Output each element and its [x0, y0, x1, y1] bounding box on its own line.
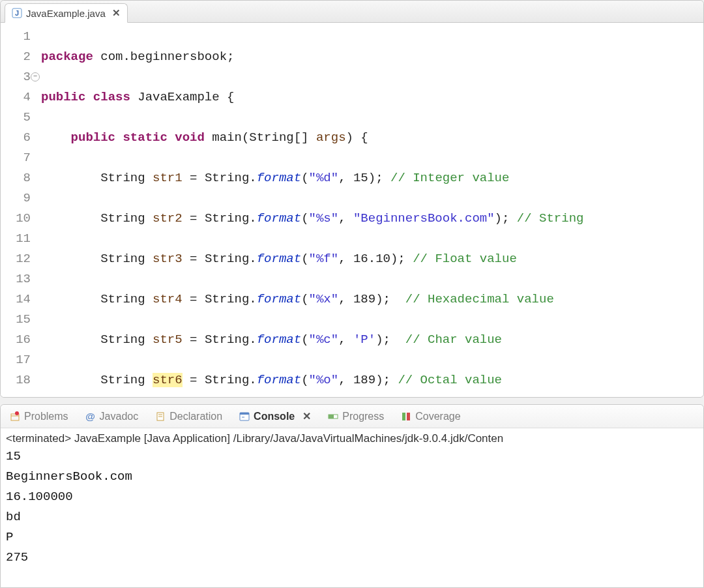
- svg-rect-14: [407, 413, 410, 420]
- console-icon: [239, 411, 250, 422]
- tab-problems[interactable]: Problems: [8, 409, 70, 424]
- tab-coverage[interactable]: Coverage: [400, 409, 462, 424]
- bottom-panel: Problems @ Javadoc Declaration Console ✕…: [0, 404, 704, 588]
- tab-declaration[interactable]: Declaration: [154, 409, 224, 424]
- tab-javadoc[interactable]: @ Javadoc: [84, 409, 140, 424]
- editor-tab-javaexample[interactable]: J JavaExample.java ✕: [5, 3, 128, 23]
- declaration-icon: [155, 411, 166, 422]
- editor-tab-label: JavaExample.java: [26, 8, 106, 19]
- svg-text:J: J: [15, 9, 19, 17]
- fold-toggle-icon[interactable]: –: [31, 72, 40, 81]
- close-view-icon[interactable]: ✕: [302, 410, 311, 422]
- svg-point-4: [15, 411, 19, 415]
- line-number-gutter: 1 2 3– 4 5 6 7 8 9 10 11 12 13 14 15 16 …: [1, 23, 37, 397]
- tab-progress[interactable]: Progress: [327, 409, 385, 424]
- view-tab-strip: Problems @ Javadoc Declaration Console ✕…: [1, 405, 703, 428]
- svg-rect-9: [240, 413, 249, 415]
- javadoc-icon: @: [85, 411, 96, 422]
- editor-panel: J JavaExample.java ✕ 1 2 3– 4 5 6 7 8 9 …: [0, 0, 704, 398]
- close-tab-icon[interactable]: ✕: [112, 7, 121, 19]
- code-area[interactable]: 1 2 3– 4 5 6 7 8 9 10 11 12 13 14 15 16 …: [1, 23, 703, 397]
- editor-tab-strip: J JavaExample.java ✕: [1, 1, 703, 23]
- console-status-line: <terminated> JavaExample [Java Applicati…: [1, 428, 703, 445]
- progress-icon: [328, 411, 338, 422]
- tab-console[interactable]: Console ✕: [238, 409, 312, 424]
- source-code[interactable]: package com.beginnersbook; public class …: [37, 23, 703, 397]
- svg-rect-13: [402, 413, 405, 420]
- java-file-icon: J: [12, 8, 22, 18]
- svg-rect-12: [329, 415, 334, 419]
- coverage-icon: [401, 411, 411, 422]
- problems-icon: [10, 411, 20, 422]
- console-output[interactable]: 15 BeginnersBook.com 16.100000 bd P 275: [1, 445, 703, 569]
